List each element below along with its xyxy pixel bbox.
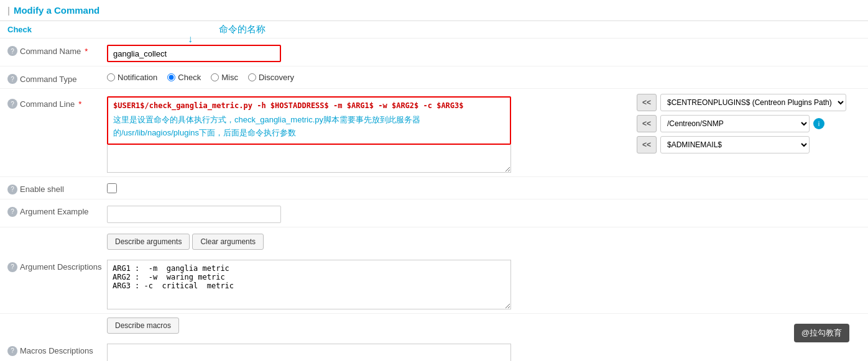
argument-descriptions-row: ? Argument Descriptions — [0, 254, 868, 314]
arguments-buttons-row: Describe arguments Clear arguments — [0, 227, 868, 254]
right-row-1: << $CENTREONPLUGINS$ (Centreon Plugins P… — [637, 94, 861, 111]
command-line-required: * — [78, 99, 81, 109]
macros-btn-row: Describe macros — [0, 314, 868, 337]
radio-notification-input[interactable] — [107, 73, 115, 81]
command-name-row: ? Command Name * 命令的名称 ↓ — [0, 39, 868, 66]
command-line-label-cell: ? Command Line * — [7, 94, 107, 109]
pipe-char: | — [7, 5, 10, 16]
page-title: Modify a Command — [14, 5, 99, 16]
macros-descriptions-field-cell — [107, 341, 861, 361]
arrow-btn-1[interactable]: << — [637, 94, 657, 111]
enable-shell-field-cell — [107, 181, 861, 193]
radio-notification-label: Notification — [118, 73, 157, 82]
radio-notification[interactable]: Notification — [107, 73, 157, 82]
command-line-row: ? Command Line * $USER1$/check_ganglia_m… — [0, 89, 868, 177]
command-type-label: Command Type — [20, 75, 77, 84]
right-row-3: << $ADMINEMAIL$ — [637, 136, 861, 153]
command-type-field-cell: Notification Check Misc Discovery — [107, 70, 861, 82]
command-name-help-icon[interactable]: ? — [7, 46, 17, 56]
radio-discovery-input[interactable] — [248, 73, 256, 81]
argument-example-row: ? Argument Example — [0, 199, 868, 227]
arguments-btn-group: Describe arguments Clear arguments — [107, 234, 264, 250]
command-line-textarea[interactable] — [107, 145, 511, 173]
command-name-label: Command Name — [20, 47, 81, 56]
enable-shell-label-cell: ? Enable shell — [7, 181, 107, 194]
argument-example-label: Argument Example — [20, 207, 89, 216]
argument-descriptions-label-cell: ? Argument Descriptions — [7, 257, 107, 272]
macros-descriptions-help-icon[interactable]: ? — [7, 346, 17, 356]
enable-shell-row: ? Enable shell — [0, 177, 868, 199]
command-line-help-icon[interactable]: ? — [7, 99, 17, 109]
form-body: ? Command Name * 命令的名称 ↓ ? Command Type … — [0, 39, 868, 361]
argument-example-label-cell: ? Argument Example — [7, 203, 107, 217]
radio-check[interactable]: Check — [167, 73, 201, 82]
clear-arguments-button[interactable]: Clear arguments — [192, 234, 264, 250]
command-type-group: Notification Check Misc Discovery — [107, 73, 294, 82]
command-name-input[interactable] — [107, 45, 281, 62]
macros-descriptions-label: Macros Descriptions — [20, 346, 93, 355]
dropdown-2[interactable]: /Centreon/SNMP — [660, 115, 810, 132]
command-name-label-cell: ? Command Name * — [7, 42, 107, 56]
command-line-label: Command Line — [20, 99, 75, 109]
command-line-field-cell: $USER1$/check_ganglia_metric.py -h $HOST… — [107, 94, 629, 173]
argument-example-help-icon[interactable]: ? — [7, 207, 17, 217]
enable-shell-help-icon[interactable]: ? — [7, 185, 17, 194]
command-name-required: * — [85, 47, 88, 56]
section-label: Check — [0, 21, 868, 39]
argument-descriptions-field-cell — [107, 257, 861, 309]
watermark: @拉勾教育 — [794, 324, 849, 342]
command-line-cmd: $USER1$/check_ganglia_metric.py -h $HOST… — [113, 101, 505, 110]
arrow-btn-2[interactable]: << — [637, 115, 657, 132]
radio-misc-input[interactable] — [211, 73, 219, 81]
arrow-btn-3[interactable]: << — [637, 136, 657, 153]
radio-discovery-label: Discovery — [259, 73, 294, 82]
dropdown-1[interactable]: $CENTREONPLUGINS$ (Centreon Plugins Path… — [660, 94, 846, 111]
command-name-field-cell: 命令的名称 ↓ — [107, 42, 861, 62]
right-panel: << $CENTREONPLUGINS$ (Centreon Plugins P… — [637, 94, 861, 153]
radio-check-input[interactable] — [167, 73, 175, 81]
argument-descriptions-label: Argument Descriptions — [20, 262, 102, 272]
radio-check-label: Check — [178, 73, 201, 82]
argument-descriptions-textarea[interactable] — [107, 260, 511, 309]
macros-descriptions-row: ? Macros Descriptions — [0, 337, 868, 361]
page-header: | Modify a Command — [0, 0, 868, 21]
command-type-row: ? Command Type Notification Check Misc D… — [0, 66, 868, 89]
command-line-annotation: 这里是设置命令的具体执行方式，check_ganglia_metric.py脚本… — [113, 114, 505, 140]
command-line-wrapper: $USER1$/check_ganglia_metric.py -h $HOST… — [107, 96, 511, 173]
macros-descriptions-textarea[interactable] — [107, 344, 511, 361]
dropdown-3[interactable]: $ADMINEMAIL$ — [660, 136, 810, 153]
radio-misc-label: Misc — [221, 73, 238, 82]
argument-example-field-cell — [107, 203, 861, 223]
command-type-label-cell: ? Command Type — [7, 70, 107, 84]
info-icon-1[interactable]: i — [813, 118, 824, 129]
enable-shell-label: Enable shell — [20, 185, 64, 194]
argument-descriptions-help-icon[interactable]: ? — [7, 262, 17, 272]
describe-macros-button[interactable]: Describe macros — [107, 318, 179, 334]
describe-arguments-button[interactable]: Describe arguments — [107, 234, 190, 250]
right-row-2: << /Centreon/SNMP i — [637, 115, 861, 132]
radio-discovery[interactable]: Discovery — [248, 73, 294, 82]
command-type-help-icon[interactable]: ? — [7, 74, 17, 84]
radio-misc[interactable]: Misc — [211, 73, 238, 82]
command-line-red-box: $USER1$/check_ganglia_metric.py -h $HOST… — [107, 96, 511, 145]
argument-example-input[interactable] — [107, 206, 281, 223]
enable-shell-checkbox[interactable] — [107, 183, 117, 193]
macros-descriptions-label-cell: ? Macros Descriptions — [7, 341, 107, 356]
